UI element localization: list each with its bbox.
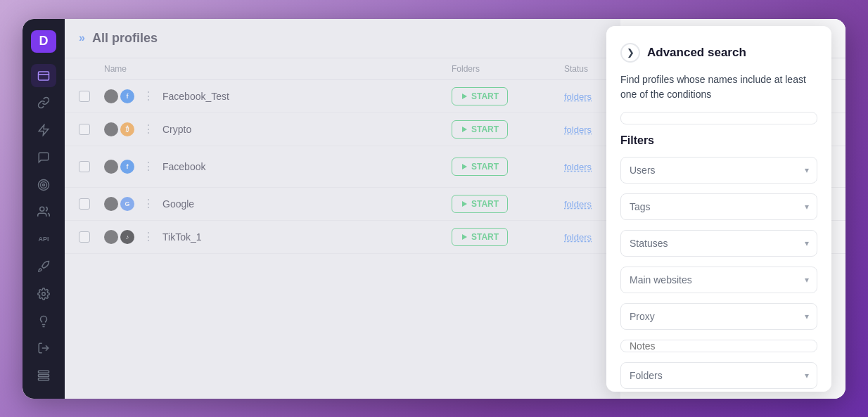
panel-title: Advanced search	[647, 46, 746, 60]
row-name-cell-3: f ⋮ Facebook	[104, 160, 452, 174]
svg-rect-11	[39, 371, 49, 373]
svg-rect-0	[39, 72, 49, 80]
start-button-1[interactable]: START	[452, 87, 508, 105]
fb-icon: f	[120, 89, 134, 103]
sidebar-icon-settings[interactable]	[31, 282, 56, 305]
main-websites-filter-wrapper: Main websites	[620, 267, 817, 293]
row-checkbox-5[interactable]	[79, 231, 90, 243]
row-icons-1: f	[104, 89, 134, 103]
sidebar-icon-bulb[interactable]	[31, 309, 56, 333]
users-filter[interactable]: Users	[620, 157, 817, 184]
folders-link-1[interactable]: folders	[564, 91, 592, 102]
sidebar-icon-flash[interactable]	[31, 119, 56, 142]
row-icons-2: ₿	[104, 122, 134, 136]
start-button-4[interactable]: START	[452, 195, 508, 213]
google-icon: G	[120, 197, 134, 211]
tags-filter-wrapper: Tags	[620, 193, 817, 220]
fb-icon-2: f	[120, 160, 134, 174]
sidebar-icon-link[interactable]	[31, 91, 56, 115]
sidebar-icon-logout[interactable]	[31, 337, 56, 360]
svg-point-6	[40, 207, 44, 212]
row-name-cell-4: G ⋮ Google	[104, 197, 452, 211]
row-name-cell-2: ₿ ⋮ Crypto	[104, 122, 452, 136]
col-name: Name	[104, 64, 452, 74]
sidebar-icon-api[interactable]: API	[31, 228, 56, 251]
sidebar-icon-storage[interactable]	[31, 364, 56, 387]
sidebar-icon-browser[interactable]	[31, 64, 56, 87]
svg-point-7	[42, 293, 46, 296]
svg-marker-25	[462, 234, 467, 240]
folders-filter[interactable]: Folders	[620, 362, 817, 389]
statuses-filter[interactable]: Statuses	[620, 230, 817, 257]
main-websites-filter[interactable]: Main websites	[620, 267, 817, 293]
apple-icon	[104, 122, 118, 136]
row-start-5: START	[452, 228, 564, 246]
more-dots-4[interactable]: ⋮	[140, 197, 157, 210]
row-name-cell-1: f ⋮ Facebook_Test	[104, 89, 452, 103]
folders-link-2[interactable]: folders	[564, 124, 592, 135]
more-dots-5[interactable]: ⋮	[140, 230, 157, 243]
panel-close-button[interactable]: ❯	[620, 43, 640, 63]
row-start-2: START	[452, 120, 564, 139]
row-start-3: START	[452, 158, 564, 176]
folders-link-4[interactable]: folders	[564, 199, 592, 210]
folders-link-3[interactable]: folders	[564, 162, 592, 172]
folders-link-5[interactable]: folders	[564, 232, 592, 243]
svg-point-4	[41, 181, 47, 188]
start-button-3[interactable]: START	[452, 158, 508, 176]
sidebar-icon-chat[interactable]	[31, 146, 56, 169]
apple-icon	[104, 197, 118, 211]
profile-name-4: Google	[162, 198, 194, 210]
row-icons-5: ♪	[104, 230, 134, 244]
sidebar: D API	[23, 19, 65, 399]
profile-name-3: Facebook	[162, 161, 205, 172]
row-icons-3: f	[104, 160, 134, 174]
col-folders: Folders	[452, 64, 564, 74]
svg-marker-24	[462, 201, 467, 207]
folders-filter-wrapper: Folders	[620, 362, 817, 389]
svg-marker-19	[462, 94, 467, 99]
profile-name-5: TikTok_1	[162, 231, 202, 243]
panel-header: ❯ Advanced search	[620, 43, 817, 63]
start-button-5[interactable]: START	[452, 228, 508, 246]
app-logo: D	[31, 30, 56, 53]
more-dots-3[interactable]: ⋮	[140, 160, 157, 173]
svg-rect-13	[39, 378, 49, 380]
apple-icon	[104, 230, 118, 244]
more-dots-2[interactable]: ⋮	[140, 122, 157, 136]
row-start-4: START	[452, 195, 564, 213]
apple-icon	[104, 89, 118, 103]
svg-marker-2	[39, 125, 49, 136]
advanced-search-panel: ❯ Advanced search Find profiles whose na…	[606, 26, 831, 392]
sidebar-icon-rocket[interactable]	[31, 255, 56, 278]
content-area: » All profiles + Name Folders Status Not…	[65, 19, 845, 399]
row-checkbox-1[interactable]	[79, 91, 90, 102]
sidebar-icon-target[interactable]	[31, 173, 56, 196]
header-chevrons: »	[79, 32, 85, 44]
more-dots-1[interactable]: ⋮	[140, 89, 157, 103]
tags-filter[interactable]: Tags	[620, 193, 817, 220]
profile-name-2: Crypto	[162, 124, 191, 135]
tiktok-icon: ♪	[120, 230, 134, 244]
panel-subtitle: Find profiles whose names include at lea…	[620, 72, 817, 102]
apple-icon	[104, 160, 118, 174]
row-folders-1: START	[452, 87, 564, 105]
btc-icon: ₿	[120, 122, 134, 136]
svg-marker-20	[462, 127, 467, 132]
profile-name-1: Facebook_Test	[162, 91, 229, 102]
notes-input[interactable]	[620, 340, 817, 352]
users-filter-wrapper: Users	[620, 157, 817, 184]
filters-label: Filters	[620, 134, 817, 147]
advanced-search-input[interactable]	[620, 112, 817, 124]
row-icons-4: G	[104, 197, 134, 211]
start-button-2[interactable]: START	[452, 120, 508, 139]
statuses-filter-wrapper: Statuses	[620, 230, 817, 257]
row-checkbox-4[interactable]	[79, 198, 90, 210]
svg-rect-12	[39, 375, 49, 377]
row-checkbox-3[interactable]	[79, 161, 90, 172]
proxy-filter-wrapper: Proxy	[620, 303, 817, 330]
sidebar-icon-users[interactable]	[31, 200, 56, 224]
proxy-filter[interactable]: Proxy	[620, 303, 817, 330]
row-checkbox-2[interactable]	[79, 124, 90, 135]
svg-marker-21	[462, 164, 467, 169]
